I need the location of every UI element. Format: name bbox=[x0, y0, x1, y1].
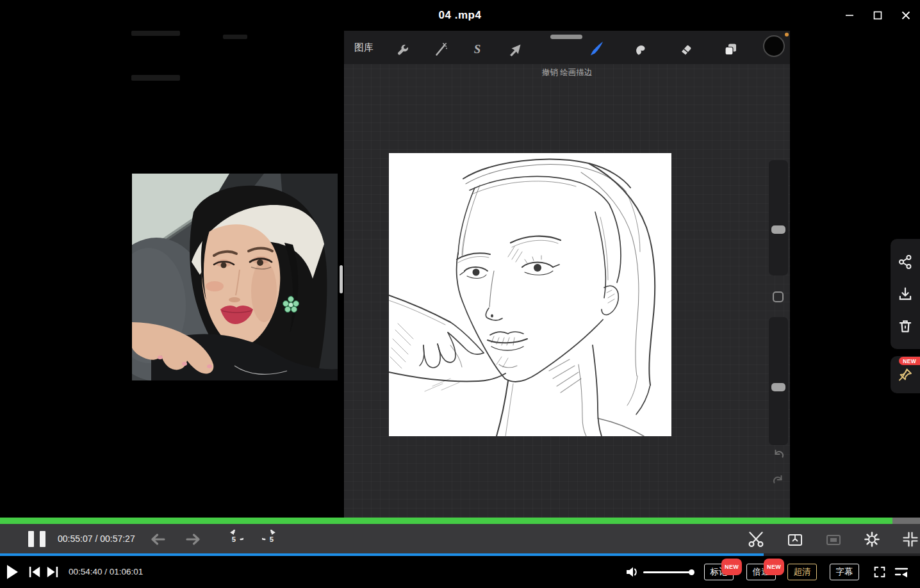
window-title: 04 .mp4 bbox=[0, 0, 920, 31]
pin-button[interactable] bbox=[896, 366, 914, 384]
pin-new-badge: NEW bbox=[899, 357, 920, 365]
undo-icon bbox=[771, 447, 786, 462]
window-controls bbox=[835, 0, 920, 31]
minimize-icon bbox=[844, 10, 855, 20]
panel-divider-handle[interactable] bbox=[340, 265, 343, 293]
pin-icon bbox=[897, 366, 914, 383]
modify-button[interactable] bbox=[773, 291, 784, 302]
clip-button[interactable] bbox=[745, 530, 767, 549]
playlist-icon bbox=[894, 565, 909, 579]
pause-button[interactable] bbox=[28, 531, 45, 547]
mark-new-badge: NEW bbox=[721, 559, 742, 575]
fullscreen-icon bbox=[873, 565, 887, 579]
maximize-button[interactable] bbox=[864, 0, 892, 31]
pip-button[interactable] bbox=[823, 530, 844, 549]
subtitle-label: 字幕 bbox=[836, 567, 853, 576]
forward-5-label: 5 bbox=[270, 535, 274, 543]
adjustments-button[interactable] bbox=[429, 40, 451, 59]
screenshot-button[interactable] bbox=[784, 530, 806, 549]
speed-new-badge: NEW bbox=[764, 559, 784, 575]
segment-time: 00:55:07 / 00:57:27 bbox=[58, 524, 135, 553]
segment-progress-bar[interactable] bbox=[0, 518, 920, 524]
mini-mode-button[interactable] bbox=[899, 530, 920, 549]
drawing-canvas[interactable] bbox=[389, 153, 671, 436]
faint-text-line bbox=[131, 75, 180, 81]
gallery-button[interactable]: 图库 bbox=[354, 31, 374, 64]
speed-button[interactable]: 倍速 NEW bbox=[746, 564, 776, 580]
seek-forward-button[interactable] bbox=[183, 530, 205, 549]
scissors-icon bbox=[746, 530, 766, 548]
reference-photo bbox=[132, 174, 338, 380]
play-button[interactable] bbox=[4, 564, 21, 580]
next-icon bbox=[45, 566, 60, 578]
download-button[interactable] bbox=[896, 285, 914, 303]
titlebar: 04 .mp4 bbox=[0, 0, 920, 31]
bottom-bar: 00:54:40 / 01:06:01 标记 NEW 倍速 NEW 超清 字幕 bbox=[0, 556, 920, 588]
smudge-button[interactable] bbox=[629, 40, 651, 59]
replay-5-label: 5 bbox=[232, 535, 236, 543]
maximize-icon bbox=[873, 10, 883, 20]
pin-panel: NEW bbox=[891, 356, 920, 393]
next-button[interactable] bbox=[44, 564, 61, 580]
layers-button[interactable] bbox=[719, 40, 741, 59]
procreate-sidebar bbox=[769, 160, 788, 493]
close-button[interactable] bbox=[892, 0, 920, 31]
redo-icon bbox=[771, 473, 786, 488]
recording-status-dot bbox=[785, 33, 789, 37]
undo-status-text: 撤销 绘画描边 bbox=[344, 67, 790, 78]
smudge-finger-icon bbox=[632, 42, 648, 57]
volume-button[interactable] bbox=[624, 564, 641, 580]
volume-slider[interactable] bbox=[643, 571, 692, 573]
color-swatch-button[interactable] bbox=[763, 37, 785, 56]
fullscreen-button[interactable] bbox=[871, 564, 888, 580]
mark-button[interactable]: 标记 NEW bbox=[704, 564, 734, 580]
undo-button[interactable] bbox=[771, 447, 786, 462]
redo-button[interactable] bbox=[771, 473, 786, 488]
procreate-toolbar: 图库 S bbox=[344, 31, 790, 64]
actions-button[interactable] bbox=[391, 40, 413, 59]
replay-5-icon: 5 bbox=[224, 530, 243, 549]
replay-5-button[interactable]: 5 bbox=[223, 530, 245, 549]
trash-icon bbox=[897, 318, 914, 334]
transform-button[interactable] bbox=[504, 40, 525, 59]
settings-button[interactable] bbox=[861, 530, 883, 549]
pip-icon bbox=[825, 530, 842, 548]
forward-5-button[interactable]: 5 bbox=[261, 530, 283, 549]
share-icon bbox=[897, 254, 914, 270]
mini-mode-icon bbox=[901, 530, 919, 548]
opacity-slider[interactable] bbox=[769, 317, 788, 445]
quality-button[interactable]: 超清 bbox=[787, 564, 817, 580]
video-player-window: 04 .mp4 bbox=[0, 0, 920, 588]
file-time: 00:54:40 / 01:06:01 bbox=[69, 556, 143, 588]
wrench-icon bbox=[395, 42, 410, 57]
seek-back-button[interactable] bbox=[146, 530, 168, 549]
previous-button[interactable] bbox=[26, 564, 43, 580]
pause-icon bbox=[28, 531, 34, 547]
playlist-button[interactable] bbox=[893, 564, 910, 580]
magic-wand-icon bbox=[432, 42, 448, 57]
opacity-handle[interactable] bbox=[771, 383, 785, 391]
paint-button[interactable] bbox=[584, 40, 606, 59]
minimize-button[interactable] bbox=[835, 0, 864, 31]
share-button[interactable] bbox=[896, 253, 914, 271]
volume-knob[interactable] bbox=[689, 569, 694, 575]
faint-text-line bbox=[223, 35, 247, 39]
forward-5-icon: 5 bbox=[262, 530, 281, 549]
subtitle-button[interactable]: 字幕 bbox=[830, 564, 859, 580]
selection-s-icon: S bbox=[474, 42, 481, 56]
layers-icon bbox=[723, 42, 738, 57]
delete-button[interactable] bbox=[896, 317, 914, 335]
screenshot-icon bbox=[786, 530, 804, 548]
video-area[interactable]: 图库 S bbox=[0, 31, 920, 518]
erase-button[interactable] bbox=[674, 40, 696, 59]
portrait-sketch bbox=[389, 153, 671, 436]
volume-fill bbox=[643, 571, 692, 573]
brush-size-slider[interactable] bbox=[769, 160, 788, 275]
toolbar-drag-handle[interactable] bbox=[550, 35, 582, 39]
selection-button[interactable]: S bbox=[466, 40, 488, 59]
segment-progress-fill bbox=[0, 518, 892, 524]
transform-arrow-icon bbox=[507, 42, 522, 57]
brush-size-handle[interactable] bbox=[771, 225, 785, 234]
arrow-left-icon bbox=[147, 531, 167, 548]
quality-label: 超清 bbox=[794, 567, 811, 576]
